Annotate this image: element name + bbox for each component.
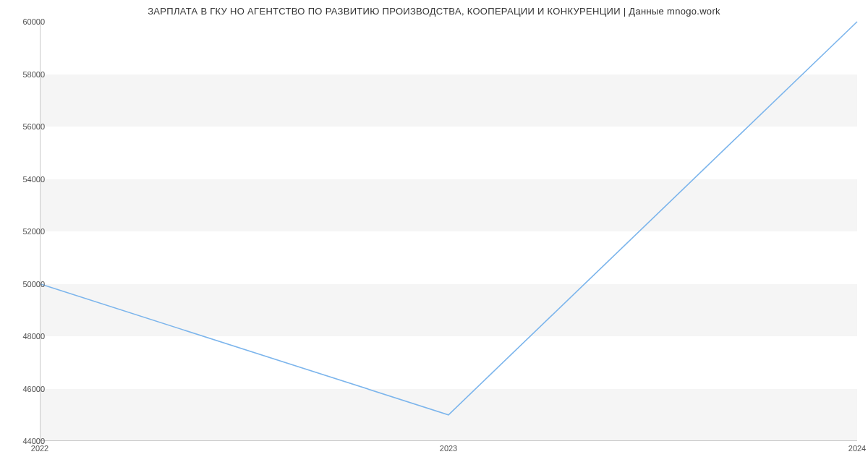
x-axis-line (40, 440, 857, 441)
ytick-label: 52000 (7, 227, 45, 236)
ytick-label: 46000 (7, 385, 45, 393)
ytick-label: 60000 (7, 17, 45, 26)
chart-svg (40, 22, 857, 441)
ytick-label: 54000 (7, 175, 45, 184)
ytick-label: 50000 (7, 280, 45, 289)
chart-title: ЗАРПЛАТА В ГКУ НО АГЕНТСТВО ПО РАЗВИТИЮ … (148, 6, 720, 17)
ytick-label: 56000 (7, 122, 45, 131)
xtick-label: 2023 (440, 444, 457, 453)
xtick-label: 2024 (848, 444, 866, 453)
xtick-label: 2022 (31, 444, 48, 453)
ytick-label: 58000 (7, 70, 45, 79)
ytick-label: 48000 (7, 332, 45, 341)
series-line (40, 22, 857, 415)
plot-area (40, 22, 857, 441)
